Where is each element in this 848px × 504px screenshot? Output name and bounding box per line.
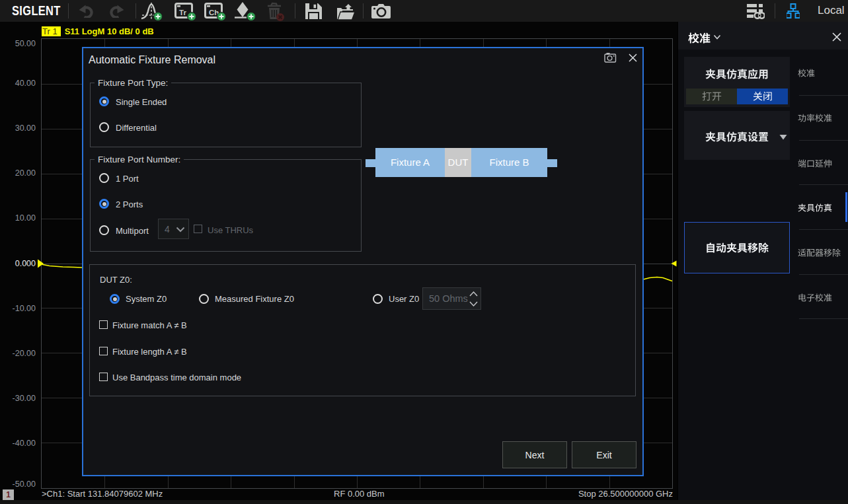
svg-text:Tr: Tr	[179, 9, 186, 17]
